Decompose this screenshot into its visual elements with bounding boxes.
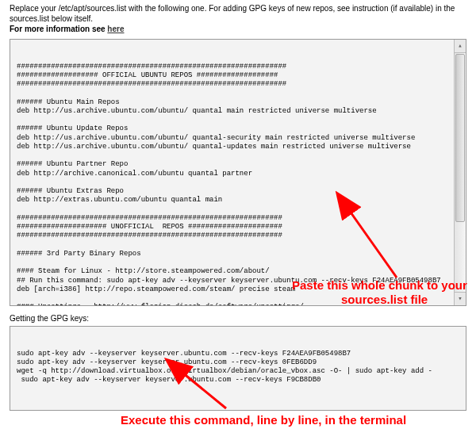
instruction-line2: For more information see here	[10, 24, 466, 34]
sources-list-content: ########################################…	[10, 58, 466, 307]
gpg-heading: Getting the GPG keys:	[0, 311, 476, 323]
scroll-thumb[interactable]	[455, 54, 465, 222]
gpg-keys-content: sudo apt-key adv --keyserver keyserver.u…	[10, 345, 466, 390]
annotation-text-2: Execute this command, line by line, in t…	[121, 413, 406, 427]
instruction-line1: Replace your /etc/apt/sources.list with …	[10, 3, 466, 24]
scroll-up-arrow[interactable]: ▴	[455, 40, 466, 53]
instruction-text: Replace your /etc/apt/sources.list with …	[0, 0, 476, 36]
more-info-prefix: For more information see	[10, 25, 107, 33]
scroll-down-arrow[interactable]: ▾	[455, 292, 466, 305]
gpg-keys-box: sudo apt-key adv --keyserver keyserver.u…	[10, 326, 466, 411]
sources-list-box: ########################################…	[10, 39, 466, 306]
scrollbar[interactable]: ▴ ▾	[454, 40, 466, 305]
here-link[interactable]: here	[107, 25, 124, 33]
